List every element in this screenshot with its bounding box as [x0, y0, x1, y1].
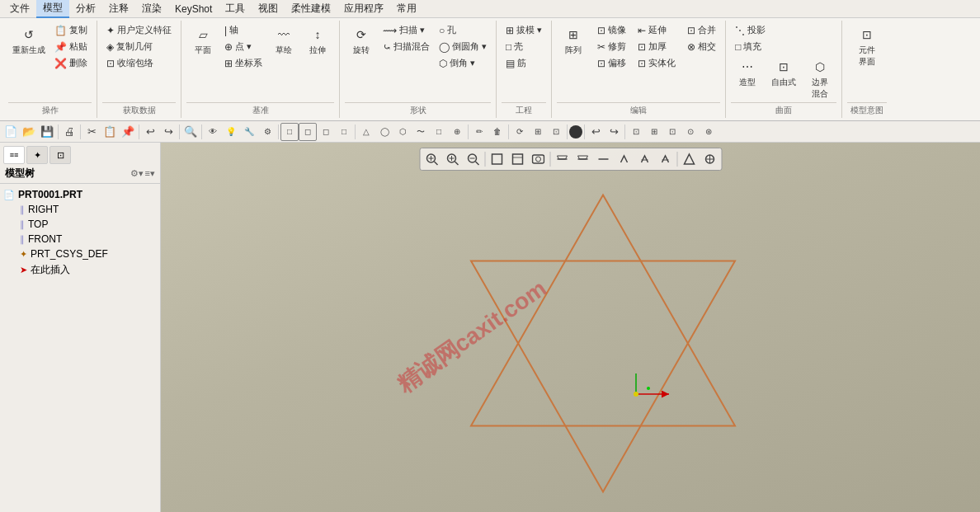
tb-view2[interactable]: 💡 — [222, 123, 240, 141]
vp-cut3[interactable] — [593, 150, 613, 168]
btn-shrinkwrap[interactable]: ⊡ 收缩包络 — [102, 55, 176, 71]
vp-cut6[interactable] — [655, 150, 675, 168]
btn-draft[interactable]: ⊞ 拔模 ▾ — [502, 22, 546, 38]
tb-sym[interactable]: ⊡ — [547, 123, 565, 141]
btn-paste[interactable]: 📌 粘贴 — [50, 39, 92, 54]
vp-extra1[interactable] — [700, 150, 719, 168]
btn-plane[interactable]: ▱ 平面 — [186, 22, 219, 102]
btn-shell[interactable]: □ 壳 — [502, 39, 546, 54]
tb-settings[interactable]: ⚙ — [258, 123, 276, 141]
btn-extend[interactable]: ⇤ 延伸 — [634, 22, 680, 38]
tb-cut[interactable]: ✂ — [82, 123, 101, 141]
btn-csys[interactable]: ⊞ 坐标系 — [220, 55, 266, 71]
tb-wave[interactable]: 〜 — [412, 123, 430, 141]
tb-cross[interactable]: ⊕ — [448, 123, 466, 141]
btn-hole[interactable]: ○ 孔 — [435, 22, 491, 38]
menu-common[interactable]: 常用 — [390, 0, 423, 17]
vp-orient[interactable] — [679, 150, 699, 168]
tb-circ[interactable]: ◯ — [375, 123, 393, 141]
btn-component[interactable]: ⊡ 元件界面 — [847, 22, 887, 70]
tb-sq[interactable]: □ — [430, 123, 448, 141]
tb-misc5[interactable]: ⊛ — [700, 123, 718, 141]
btn-solidify[interactable]: ⊡ 实体化 — [634, 55, 680, 71]
btn-trim[interactable]: ✂ 修剪 — [593, 39, 630, 54]
btn-copy-geo[interactable]: ◈ 复制几何 — [102, 39, 176, 54]
tb-new[interactable]: 📄 — [2, 123, 20, 141]
btn-mirror[interactable]: ⊡ 镜像 — [593, 22, 630, 38]
tb-ball1[interactable] — [569, 125, 582, 139]
btn-fill[interactable]: □ 填充 — [731, 39, 836, 54]
btn-fillet[interactable]: ◯ 倒圆角 ▾ — [435, 39, 491, 54]
tb-copy[interactable]: 📋 — [101, 123, 119, 141]
menu-render[interactable]: 渲染 — [135, 0, 168, 17]
vp-cut5[interactable] — [634, 150, 654, 168]
menu-tools[interactable]: 工具 — [219, 0, 252, 17]
tb-paste[interactable]: 📌 — [119, 123, 137, 141]
tb-pencil[interactable]: ✏ — [470, 123, 488, 141]
tb-undo2[interactable]: ↩ — [587, 123, 605, 141]
btn-chamfer[interactable]: ⬡ 倒角 ▾ — [435, 55, 491, 71]
vp-cut2[interactable] — [572, 150, 592, 168]
btn-intersect[interactable]: ⊗ 相交 — [683, 39, 720, 54]
tree-menu-icon[interactable]: ≡▾ — [145, 168, 155, 179]
tab-2[interactable]: ✦ — [26, 146, 48, 164]
menu-apps[interactable]: 应用程序 — [337, 0, 390, 17]
btn-sketch[interactable]: 〰 草绘 — [267, 22, 300, 102]
tb-box2[interactable]: ◻ — [299, 123, 317, 141]
vp-snapshot[interactable] — [528, 150, 548, 168]
tree-item-top[interactable]: ∥ TOP — [0, 217, 160, 232]
btn-project[interactable]: ⋱ 投影 — [731, 22, 836, 38]
btn-sweep[interactable]: ⟿ 扫描 ▾ — [379, 22, 434, 38]
btn-style[interactable]: ⋯ 造型 — [731, 54, 764, 102]
tree-item-insert[interactable]: ➤ 在此插入 — [0, 261, 160, 279]
tree-config-icon[interactable]: ⚙▾ — [130, 168, 144, 179]
tb-save[interactable]: 💾 — [38, 123, 56, 141]
tb-rot[interactable]: ⟳ — [511, 123, 529, 141]
btn-offset[interactable]: ⊡ 偏移 — [593, 55, 630, 71]
btn-blend[interactable]: ⤿ 扫描混合 — [379, 39, 434, 54]
menu-file[interactable]: 文件 — [3, 0, 36, 17]
btn-copy[interactable]: 📋 复制 — [50, 22, 92, 38]
tb-misc2[interactable]: ⊞ — [645, 123, 663, 141]
btn-boundary-blend[interactable]: ⬡ 边界混合 — [803, 54, 836, 102]
vp-zoom-in[interactable] — [442, 150, 462, 168]
vp-view-normal[interactable] — [487, 150, 506, 168]
tb-redo[interactable]: ↪ — [159, 123, 177, 141]
tb-view1[interactable]: 👁 — [204, 123, 222, 141]
menu-model[interactable]: 模型 — [36, 0, 69, 18]
menu-keyshot[interactable]: KeyShot — [168, 2, 219, 16]
btn-merge[interactable]: ⊡ 合并 — [683, 22, 720, 38]
btn-point[interactable]: ⊕ 点 ▾ — [220, 39, 266, 54]
tb-misc4[interactable]: ⊙ — [681, 123, 700, 141]
vp-zoom-out[interactable] — [463, 150, 483, 168]
tb-arr[interactable]: ⊞ — [529, 123, 547, 141]
btn-extrude[interactable]: ↕ 拉伸 — [301, 22, 334, 102]
tb-tri[interactable]: △ — [357, 123, 375, 141]
tree-item-front[interactable]: ∥ FRONT — [0, 232, 160, 247]
menu-analyze[interactable]: 分析 — [69, 0, 102, 17]
tree-item-right[interactable]: ∥ RIGHT — [0, 202, 160, 217]
tb-undo[interactable]: ↩ — [141, 123, 159, 141]
vp-zoom-fit[interactable] — [422, 150, 441, 168]
btn-thicken[interactable]: ⊡ 加厚 — [634, 39, 680, 54]
tree-item-root[interactable]: 📄 PRT0001.PRT — [0, 187, 160, 202]
btn-rib[interactable]: ▤ 筋 — [502, 55, 546, 71]
tb-box4[interactable]: □ — [335, 123, 353, 141]
btn-revolve[interactable]: ⟳ 旋转 — [345, 22, 378, 102]
menu-annotate[interactable]: 注释 — [102, 0, 135, 17]
tb-render[interactable]: 🔧 — [240, 123, 258, 141]
btn-user-feature[interactable]: ✦ 用户定义特征 — [102, 22, 176, 38]
tb-redo2[interactable]: ↪ — [605, 123, 623, 141]
tb-misc3[interactable]: ⊡ — [663, 123, 681, 141]
tree-item-csys[interactable]: ✦ PRT_CSYS_DEF — [0, 247, 160, 261]
vp-cut1[interactable] — [552, 150, 572, 168]
btn-regenerate[interactable]: ↺ 重新生成 — [8, 22, 49, 102]
tb-print[interactable]: 🖨 — [60, 123, 78, 141]
menu-view[interactable]: 视图 — [252, 0, 285, 17]
btn-pattern[interactable]: ⊞ 阵列 — [557, 22, 590, 71]
tb-misc1[interactable]: ⊡ — [627, 123, 645, 141]
tb-trash[interactable]: 🗑 — [488, 123, 506, 141]
btn-freeform[interactable]: ⊡ 自由式 — [767, 54, 800, 102]
tb-box3[interactable]: ◻ — [317, 123, 335, 141]
tb-open[interactable]: 📂 — [20, 123, 38, 141]
